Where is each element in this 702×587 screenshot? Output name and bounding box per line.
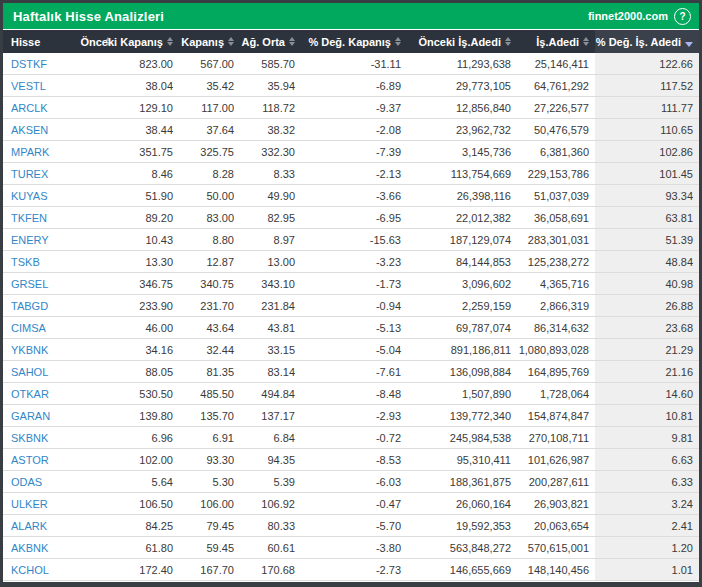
cell-pct_deg_is_adedi: 1.20 — [595, 537, 699, 558]
ticker-link[interactable]: VESTL — [3, 80, 121, 92]
table-row: KUYAS51.9050.0049.90-3.6626,398,11651,03… — [3, 185, 699, 207]
ticker-link[interactable]: ENERY — [3, 234, 121, 246]
ticker-link[interactable]: TSKB — [3, 256, 121, 268]
cell-kapanis: 485.50 — [179, 388, 240, 400]
ticker-link[interactable]: ALARK — [3, 520, 121, 532]
cell-onceki_kapanis: 5.64 — [121, 476, 179, 488]
col-header-ag-orta[interactable]: Ağ. Orta — [240, 30, 301, 53]
cell-is_adedi: 26,903,821 — [517, 498, 595, 510]
cell-pct_deg_is_adedi: 2.41 — [595, 515, 699, 536]
ticker-link[interactable]: ARCLK — [3, 102, 121, 114]
cell-kapanis: 50.00 — [179, 190, 240, 202]
cell-is_adedi: 101,626,987 — [517, 454, 595, 466]
cell-onceki_is_adedi: 245,984,538 — [407, 432, 517, 444]
ticker-link[interactable]: ASTOR — [3, 454, 121, 466]
cell-onceki_is_adedi: 23,962,732 — [407, 124, 517, 136]
cell-onceki_kapanis: 13.30 — [121, 256, 179, 268]
cell-pct_deg_kapanis: -6.95 — [301, 212, 407, 224]
sort-both-icon — [505, 37, 511, 46]
cell-is_adedi: 148,140,456 — [517, 564, 595, 576]
table-row: SAHOL88.0581.3583.14-7.61136,098,884164,… — [3, 361, 699, 383]
ticker-link[interactable]: TABGD — [3, 300, 121, 312]
cell-pct_deg_kapanis: -5.04 — [301, 344, 407, 356]
cell-ag_orta: 5.39 — [240, 476, 301, 488]
col-header-is-adedi[interactable]: İş.Adedi — [517, 30, 595, 53]
ticker-link[interactable]: DSTKF — [3, 58, 121, 70]
cell-kapanis: 117.00 — [179, 102, 240, 114]
col-label: Önceki Kapanış — [80, 36, 163, 48]
table-row: KCHOL172.40167.70170.68-2.73146,655,6691… — [3, 559, 699, 581]
ticker-link[interactable]: GRSEL — [3, 278, 121, 290]
col-header-onceki-is-adedi[interactable]: Önceki İş.Adedi — [407, 30, 517, 53]
cell-pct_deg_is_adedi: 102.86 — [595, 141, 699, 162]
cell-pct_deg_kapanis: -2.73 — [301, 564, 407, 576]
cell-kapanis: 37.64 — [179, 124, 240, 136]
cell-onceki_is_adedi: 26,398,116 — [407, 190, 517, 202]
cell-pct_deg_is_adedi: 101.45 — [595, 163, 699, 184]
title-bar: Haftalık Hisse Analizleri finnet2000.com… — [3, 3, 699, 29]
col-header-pct-deg-kapanis[interactable]: % Değ. Kapanış — [301, 30, 407, 53]
cell-kapanis: 81.35 — [179, 366, 240, 378]
table-row: ALARK84.2579.4580.33-5.7019,592,35320,06… — [3, 515, 699, 537]
ticker-link[interactable]: ULKER — [3, 498, 121, 510]
ticker-link[interactable]: AKBNK — [3, 542, 121, 554]
ticker-link[interactable]: MPARK — [3, 146, 121, 158]
ticker-link[interactable]: OTKAR — [3, 388, 121, 400]
cell-pct_deg_is_adedi: 6.33 — [595, 471, 699, 492]
col-header-onceki-kapanis[interactable]: Önceki Kapanış — [121, 30, 179, 53]
help-icon[interactable]: ? — [674, 8, 691, 25]
ticker-link[interactable]: SAHOL — [3, 366, 121, 378]
sort-both-icon — [395, 37, 401, 46]
cell-pct_deg_kapanis: -3.23 — [301, 256, 407, 268]
cell-ag_orta: 585.70 — [240, 58, 301, 70]
ticker-link[interactable]: SKBNK — [3, 432, 121, 444]
ticker-link[interactable]: TUREX — [3, 168, 121, 180]
cell-is_adedi: 154,874,847 — [517, 410, 595, 422]
ticker-link[interactable]: ODAS — [3, 476, 121, 488]
ticker-link[interactable]: CIMSA — [3, 322, 121, 334]
cell-onceki_is_adedi: 146,655,669 — [407, 564, 517, 576]
cell-ag_orta: 494.84 — [240, 388, 301, 400]
cell-ag_orta: 43.81 — [240, 322, 301, 334]
col-label: Kapanış — [181, 36, 224, 48]
table-row: GRSEL346.75340.75343.10-1.733,096,6024,3… — [3, 273, 699, 295]
cell-pct_deg_kapanis: -0.94 — [301, 300, 407, 312]
cell-pct_deg_is_adedi: 14.60 — [595, 383, 699, 404]
cell-onceki_kapanis: 172.40 — [121, 564, 179, 576]
cell-onceki_is_adedi: 113,754,669 — [407, 168, 517, 180]
cell-pct_deg_is_adedi: 9.81 — [595, 427, 699, 448]
ticker-link[interactable]: KUYAS — [3, 190, 121, 202]
table-row: SKBNK6.966.916.84-0.72245,984,538270,108… — [3, 427, 699, 449]
brand-area: finnet2000.com ? — [588, 8, 699, 25]
cell-onceki_kapanis: 46.00 — [121, 322, 179, 334]
cell-pct_deg_is_adedi: 3.24 — [595, 493, 699, 514]
cell-pct_deg_is_adedi: 23.68 — [595, 317, 699, 338]
cell-is_adedi: 51,037,039 — [517, 190, 595, 202]
ticker-link[interactable]: TKFEN — [3, 212, 121, 224]
col-header-pct-deg-is-adedi[interactable]: % Değ. İş. Adedi — [595, 30, 699, 53]
cell-is_adedi: 164,895,769 — [517, 366, 595, 378]
cell-onceki_kapanis: 351.75 — [121, 146, 179, 158]
ticker-link[interactable]: YKBNK — [3, 344, 121, 356]
ticker-link[interactable]: GARAN — [3, 410, 121, 422]
brand-link[interactable]: finnet2000.com — [588, 10, 668, 22]
cell-ag_orta: 6.84 — [240, 432, 301, 444]
cell-onceki_kapanis: 89.20 — [121, 212, 179, 224]
cell-ag_orta: 82.95 — [240, 212, 301, 224]
cell-pct_deg_is_adedi: 63.81 — [595, 207, 699, 228]
ticker-link[interactable]: KCHOL — [3, 564, 121, 576]
col-header-kapanis[interactable]: Kapanış — [179, 30, 240, 53]
col-label: İş.Adedi — [536, 36, 579, 48]
col-label: % Değ. İş. Adedi — [596, 36, 681, 48]
cell-pct_deg_is_adedi: 122.66 — [595, 53, 699, 74]
cell-kapanis: 135.70 — [179, 410, 240, 422]
cell-pct_deg_kapanis: -5.70 — [301, 520, 407, 532]
cell-onceki_kapanis: 129.10 — [121, 102, 179, 114]
cell-is_adedi: 270,108,711 — [517, 432, 595, 444]
ticker-link[interactable]: AKSEN — [3, 124, 121, 136]
cell-kapanis: 5.30 — [179, 476, 240, 488]
cell-pct_deg_is_adedi: 48.84 — [595, 251, 699, 272]
cell-is_adedi: 25,146,411 — [517, 58, 595, 70]
cell-pct_deg_is_adedi: 117.52 — [595, 75, 699, 96]
table-row: AKSEN38.4437.6438.32-2.0823,962,73250,47… — [3, 119, 699, 141]
